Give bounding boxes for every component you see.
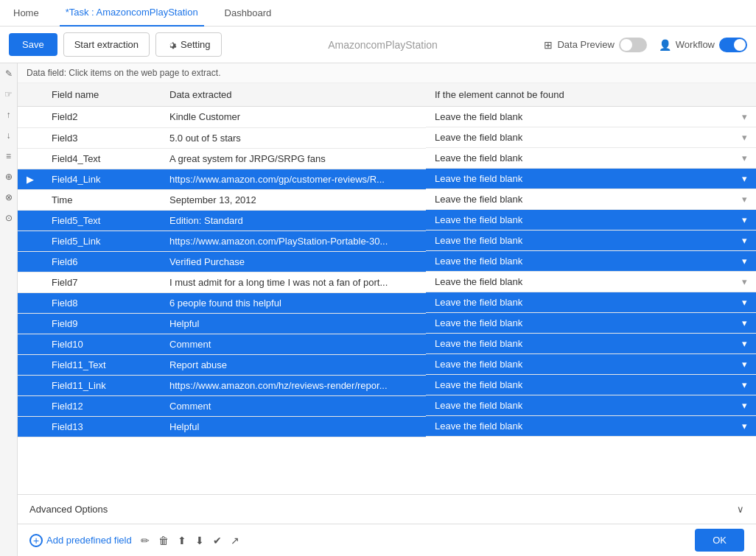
table-row[interactable]: Field10CommentLeave the field blank▾ xyxy=(18,334,756,354)
gear-icon xyxy=(167,40,177,50)
table-row[interactable]: Field35.0 out of 5 starsLeave the field … xyxy=(18,127,756,148)
dropdown-arrow-icon[interactable]: ▾ xyxy=(742,173,747,184)
advanced-options-section[interactable]: Advanced Options ∨ xyxy=(18,494,756,524)
dropdown-arrow-icon[interactable]: ▾ xyxy=(742,194,747,205)
table-row[interactable]: Field4_TextA great system for JRPG/SRPG … xyxy=(18,148,756,169)
hint-bar: Data field: Click items on the web page … xyxy=(18,63,756,83)
row-indicator xyxy=(18,148,43,169)
dropdown-arrow-icon[interactable]: ▾ xyxy=(742,317,747,328)
move-up-icon[interactable]: ⬆ xyxy=(178,535,186,546)
dropdown-arrow-icon[interactable]: ▾ xyxy=(742,111,747,122)
dropdown-arrow-icon[interactable]: ▾ xyxy=(742,379,747,390)
sidebar-icon-7[interactable]: ⊗ xyxy=(1,190,16,205)
row-indicator xyxy=(18,189,43,210)
table-row[interactable]: Field2Kindle CustomerLeave the field bla… xyxy=(18,107,756,128)
table-row[interactable]: ▶Field4_Linkhttps://www.amazon.com/gp/cu… xyxy=(18,169,756,189)
table-row[interactable]: Field5_Linkhttps://www.amazon.com/PlaySt… xyxy=(18,231,756,251)
dropdown-arrow-icon[interactable]: ▾ xyxy=(742,214,747,225)
row-indicator: ▶ xyxy=(18,169,43,189)
row-indicator xyxy=(18,251,43,272)
row-indicator xyxy=(18,395,43,416)
table-row[interactable]: Field6Verified PurchaseLeave the field b… xyxy=(18,251,756,272)
workflow-toggle[interactable] xyxy=(719,38,747,52)
nav-task[interactable]: *Task : AmazoncomPlayStation xyxy=(60,0,204,27)
table-row[interactable]: Field13HelpfulLeave the field blank▾ xyxy=(18,416,756,437)
not-found-cell: Leave the field blank▾ xyxy=(426,127,756,148)
dropdown-arrow-icon[interactable]: ▾ xyxy=(742,132,747,143)
dropdown-arrow-icon[interactable]: ▾ xyxy=(742,400,747,411)
dropdown-arrow-icon[interactable]: ▾ xyxy=(742,338,747,349)
data-extracted-cell: Kindle Customer xyxy=(161,107,426,128)
table-row[interactable]: Field11_Linkhttps://www.amazon.com/hz/re… xyxy=(18,375,756,395)
dropdown-arrow-icon[interactable]: ▾ xyxy=(742,235,747,246)
chevron-down-icon: ∨ xyxy=(737,504,744,515)
setting-label: Setting xyxy=(181,39,210,50)
sidebar-icon-1[interactable]: ✎ xyxy=(1,66,16,81)
check-icon[interactable]: ✔ xyxy=(213,535,222,546)
not-found-cell: Leave the field blank▾ xyxy=(426,272,756,292)
edit-icon[interactable]: ✏ xyxy=(141,535,150,546)
field-name-cell: Field11_Link xyxy=(43,375,161,395)
dropdown-arrow-icon[interactable]: ▾ xyxy=(742,276,747,287)
data-preview-label: Data Preview xyxy=(557,39,614,50)
table-body: Field2Kindle CustomerLeave the field bla… xyxy=(18,107,756,437)
dropdown-arrow-icon[interactable]: ▾ xyxy=(742,152,747,163)
field-name-cell: Field11_Text xyxy=(43,354,161,375)
not-found-cell: Leave the field blank▾ xyxy=(426,251,756,272)
table-row[interactable]: Field9HelpfulLeave the field blank▾ xyxy=(18,313,756,334)
sidebar-icon-5[interactable]: ≡ xyxy=(1,149,16,163)
save-button[interactable]: Save xyxy=(9,33,57,56)
move-down-icon[interactable]: ⬇ xyxy=(195,535,204,546)
bottom-bar: + Add predefined field ✏ 🗑 ⬆ ⬇ ✔ ↗ OK xyxy=(18,524,756,556)
sidebar-icon-8[interactable]: ⊙ xyxy=(1,211,16,225)
sidebar-icon-6[interactable]: ⊕ xyxy=(1,169,16,184)
not-found-cell: Leave the field blank▾ xyxy=(426,395,756,416)
data-preview-toggle[interactable] xyxy=(619,38,647,52)
delete-icon[interactable]: 🗑 xyxy=(158,535,169,546)
not-found-cell: Leave the field blank▾ xyxy=(426,292,756,313)
table-row[interactable]: Field12CommentLeave the field blank▾ xyxy=(18,395,756,416)
toolbar-icons: ✏ 🗑 ⬆ ⬇ ✔ ↗ xyxy=(141,535,239,546)
table-row[interactable]: Field86 people found this helpfulLeave t… xyxy=(18,292,756,313)
table-row[interactable]: TimeSeptember 13, 2012Leave the field bl… xyxy=(18,189,756,210)
task-title: AmazoncomPlayStation xyxy=(228,39,539,51)
row-indicator xyxy=(18,313,43,334)
start-extraction-button[interactable]: Start extraction xyxy=(63,32,150,57)
nav-dashboard[interactable]: Dashboard xyxy=(219,0,278,27)
header-field-name: Field name xyxy=(43,83,161,107)
dropdown-arrow-icon[interactable]: ▾ xyxy=(742,420,747,432)
data-extracted-cell: Edition: Standard xyxy=(161,210,426,231)
dropdown-arrow-icon[interactable]: ▾ xyxy=(742,297,747,308)
add-predefined-field-button[interactable]: + Add predefined field xyxy=(29,534,132,547)
nav-home[interactable]: Home xyxy=(7,0,45,27)
sidebar-icon-3[interactable]: ↑ xyxy=(1,108,16,122)
sidebar-icons: ✎ ☞ ↑ ↓ ≡ ⊕ ⊗ ⊙ xyxy=(0,63,18,556)
field-name-cell: Field4_Text xyxy=(43,148,161,169)
workflow-label: Workflow xyxy=(676,39,715,50)
data-preview-group: ⊞ Data Preview xyxy=(544,38,646,52)
table-row[interactable]: Field5_TextEdition: StandardLeave the fi… xyxy=(18,210,756,231)
row-indicator xyxy=(18,107,43,128)
setting-button[interactable]: Setting xyxy=(155,32,221,57)
data-extracted-cell: Comment xyxy=(161,334,426,354)
data-extracted-cell: Helpful xyxy=(161,313,426,334)
field-name-cell: Field4_Link xyxy=(43,169,161,189)
table-row[interactable]: Field7I must admit for a long time I was… xyxy=(18,272,756,292)
table-header-row: Field name Data extracted If the element… xyxy=(18,83,756,107)
toolbar-right: ⊞ Data Preview 👤 Workflow xyxy=(544,38,747,52)
advanced-label: Advanced Options xyxy=(29,504,108,515)
table-row[interactable]: Field11_TextReport abuseLeave the field … xyxy=(18,354,756,375)
row-indicator xyxy=(18,272,43,292)
sidebar-icon-2[interactable]: ☞ xyxy=(1,87,16,102)
dropdown-arrow-icon[interactable]: ▾ xyxy=(742,359,747,370)
export-icon[interactable]: ↗ xyxy=(231,535,239,546)
ok-button[interactable]: OK xyxy=(695,529,744,552)
sidebar-icon-4[interactable]: ↓ xyxy=(1,128,16,143)
workflow-group: 👤 Workflow xyxy=(659,38,747,52)
table-container: Field name Data extracted If the element… xyxy=(18,83,756,494)
not-found-cell: Leave the field blank▾ xyxy=(426,107,756,127)
data-extracted-cell: https://www.amazon.com/gp/customer-revie… xyxy=(161,169,426,189)
not-found-cell: Leave the field blank▾ xyxy=(426,169,756,189)
dropdown-arrow-icon[interactable]: ▾ xyxy=(742,256,747,267)
not-found-cell: Leave the field blank▾ xyxy=(426,416,756,437)
